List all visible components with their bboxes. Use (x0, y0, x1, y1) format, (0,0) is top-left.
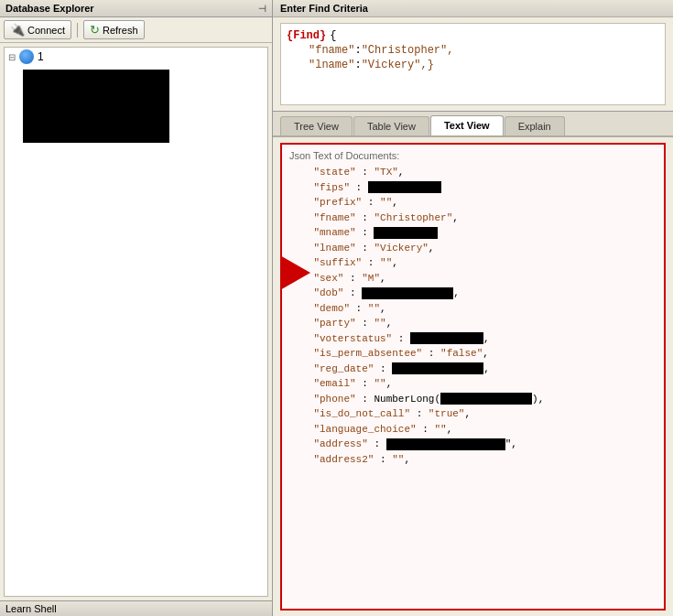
tabs-bar: Tree View Table View Text View Explain (273, 112, 673, 137)
tree-item-root[interactable]: ⊟ 1 (5, 48, 267, 66)
status-bar: Learn Shell (0, 600, 272, 616)
json-line-voterstatus: "voterstatus" : , (289, 331, 657, 347)
status-label: Learn Shell (5, 603, 57, 614)
refresh-icon: ↻ (90, 23, 100, 37)
json-code: "state" : "TX", "fips" : "prefix" : "", … (289, 165, 657, 467)
connect-label: Connect (27, 25, 65, 36)
toolbar: 🔌 Connect ↻ Refresh (0, 17, 272, 43)
panel-title: Database Explorer (5, 3, 258, 14)
json-label: Json Text of Documents: (289, 150, 657, 161)
json-box: Json Text of Documents: MY REAL INFO IS … (280, 143, 666, 611)
json-line-state: "state" : "TX", (289, 165, 657, 180)
json-line-lname: "lname" : "Vickery", (289, 241, 657, 256)
panel-title-bar: Database Explorer ⊣ (0, 0, 272, 17)
refresh-button[interactable]: ↻ Refresh (83, 20, 145, 39)
json-line-fname: "fname" : "Christopher", (289, 211, 657, 226)
find-lname-colon: : (354, 59, 361, 71)
json-line-perm-absentee: "is_perm_absentee" : "false", (289, 346, 657, 362)
main-container: Database Explorer ⊣ 🔌 Connect ↻ Refresh … (0, 0, 673, 616)
find-criteria-section: Enter Find Criteria {Find} { "fname" : "… (273, 0, 673, 112)
tree-item-label: 1 (38, 50, 44, 63)
arrow-icon (280, 254, 310, 291)
find-code-area[interactable]: {Find} { "fname" : "Christopher", "lname… (280, 23, 666, 105)
json-line-language: "language_choice" : "", (289, 422, 657, 438)
find-line-label: {Find} { (287, 29, 659, 42)
tab-tree[interactable]: Tree View (280, 116, 353, 135)
json-line-do-not-call: "is_do_not_call" : "true", (289, 406, 657, 422)
json-line-address2: "address2" : "", (289, 452, 657, 468)
tab-text[interactable]: Text View (430, 115, 504, 135)
json-line-address: "address" : ", (289, 437, 657, 452)
tab-explain[interactable]: Explain (505, 116, 565, 135)
find-fname-key: "fname" (309, 44, 354, 57)
left-panel: Database Explorer ⊣ 🔌 Connect ↻ Refresh … (0, 0, 273, 616)
tree-area: ⊟ 1 (4, 47, 268, 597)
find-open-brace: { (330, 29, 336, 42)
json-content-wrapper: Json Text of Documents: MY REAL INFO IS … (273, 137, 673, 616)
json-line-reg-date: "reg_date" : , (289, 362, 657, 377)
json-line-suffix: "suffix" : "", (289, 255, 657, 271)
find-line-fname: "fname" : "Christopher", (287, 44, 659, 57)
tree-toggle[interactable]: ⊟ (8, 52, 16, 62)
refresh-label: Refresh (103, 25, 138, 36)
json-line-phone: "phone" : NumberLong( ), (289, 392, 657, 407)
json-line-fips: "fips" : (289, 180, 657, 196)
json-line-mname: "mname" : (289, 225, 657, 241)
json-line-dob: "dob" : , (289, 286, 657, 301)
find-line-lname: "lname" : "Vickery",} (287, 59, 659, 71)
connect-button[interactable]: 🔌 Connect (4, 20, 71, 39)
find-criteria-title: Enter Find Criteria (273, 0, 673, 17)
json-line-sex: "sex" : "M", (289, 271, 657, 286)
pin-icon[interactable]: ⊣ (258, 4, 266, 14)
json-line-prefix: "prefix" : "", (289, 195, 657, 211)
connect-icon: 🔌 (10, 23, 25, 37)
database-icon (19, 49, 34, 64)
find-fname-value: "Christopher", (362, 44, 454, 57)
find-label: {Find} (287, 29, 326, 42)
find-fname-colon: : (354, 44, 361, 57)
tab-table[interactable]: Table View (353, 116, 429, 135)
find-lname-value: "Vickery",} (362, 59, 434, 71)
right-panel: Enter Find Criteria {Find} { "fname" : "… (273, 0, 673, 616)
json-line-demo: "demo" : "", (289, 301, 657, 317)
json-line-email: "email" : "", (289, 376, 657, 392)
toolbar-separator (77, 23, 78, 38)
json-line-party: "party" : "", (289, 316, 657, 331)
tree-redacted (23, 70, 169, 143)
find-lname-key: "lname" (309, 59, 354, 71)
